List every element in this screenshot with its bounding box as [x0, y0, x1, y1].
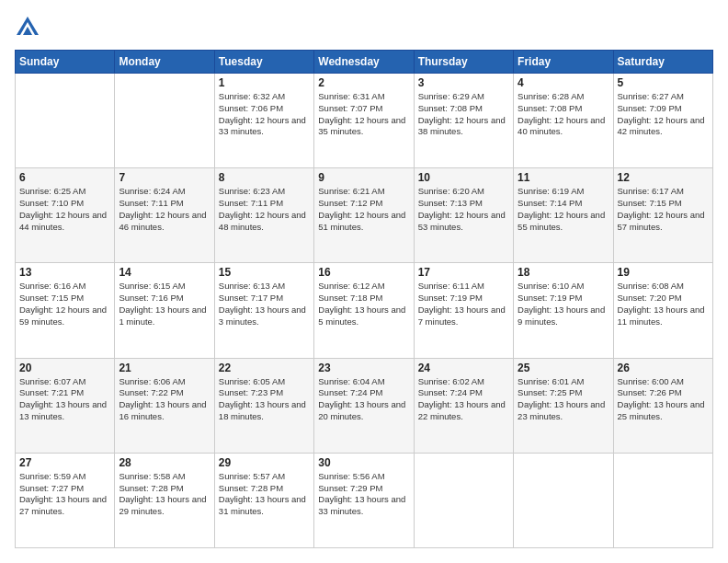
cell-day-number: 22	[219, 362, 310, 374]
cell-daylight-info: Sunrise: 6:31 AM Sunset: 7:07 PM Dayligh…	[318, 91, 409, 138]
cell-day-number: 2	[318, 76, 409, 89]
cell-daylight-info: Sunrise: 6:13 AM Sunset: 7:17 PM Dayligh…	[219, 281, 310, 327]
calendar-cell: 23Sunrise: 6:04 AM Sunset: 7:24 PM Dayli…	[314, 358, 414, 453]
calendar-cell: 16Sunrise: 6:12 AM Sunset: 7:18 PM Dayli…	[314, 263, 414, 358]
calendar-day-header: Tuesday	[214, 51, 313, 74]
calendar-cell: 25Sunrise: 6:01 AM Sunset: 7:25 PM Dayli…	[514, 358, 613, 453]
cell-day-number: 28	[119, 456, 210, 469]
calendar-day-header: Friday	[514, 51, 613, 74]
cell-daylight-info: Sunrise: 6:32 AM Sunset: 7:06 PM Dayligh…	[219, 91, 310, 138]
calendar-cell: 27Sunrise: 5:59 AM Sunset: 7:27 PM Dayli…	[16, 453, 115, 547]
calendar-week-row: 6Sunrise: 6:25 AM Sunset: 7:10 PM Daylig…	[16, 168, 713, 263]
calendar-cell: 28Sunrise: 5:58 AM Sunset: 7:28 PM Dayli…	[115, 453, 214, 547]
cell-day-number: 15	[219, 266, 310, 279]
calendar-cell: 5Sunrise: 6:27 AM Sunset: 7:09 PM Daylig…	[613, 74, 712, 168]
calendar-day-header: Monday	[115, 51, 214, 74]
cell-day-number: 20	[19, 362, 110, 374]
logo	[15, 15, 44, 40]
cell-daylight-info: Sunrise: 6:10 AM Sunset: 7:19 PM Dayligh…	[518, 281, 609, 327]
calendar-cell	[613, 453, 712, 547]
cell-day-number: 26	[618, 362, 709, 374]
cell-day-number: 5	[618, 76, 709, 89]
calendar-cell	[514, 453, 613, 547]
calendar-cell: 19Sunrise: 6:08 AM Sunset: 7:20 PM Dayli…	[613, 263, 712, 358]
calendar-cell: 1Sunrise: 6:32 AM Sunset: 7:06 PM Daylig…	[214, 74, 313, 168]
cell-day-number: 14	[119, 266, 210, 279]
calendar-cell	[16, 74, 115, 168]
calendar-cell: 7Sunrise: 6:24 AM Sunset: 7:11 PM Daylig…	[115, 168, 214, 263]
calendar-cell: 8Sunrise: 6:23 AM Sunset: 7:11 PM Daylig…	[214, 168, 313, 263]
cell-daylight-info: Sunrise: 6:17 AM Sunset: 7:15 PM Dayligh…	[618, 186, 709, 233]
calendar-cell: 22Sunrise: 6:05 AM Sunset: 7:23 PM Dayli…	[214, 358, 313, 453]
calendar-cell: 18Sunrise: 6:10 AM Sunset: 7:19 PM Dayli…	[514, 263, 613, 358]
cell-day-number: 7	[119, 171, 210, 184]
cell-day-number: 21	[119, 362, 210, 374]
cell-daylight-info: Sunrise: 6:24 AM Sunset: 7:11 PM Dayligh…	[119, 186, 210, 233]
calendar-header-row: SundayMondayTuesdayWednesdayThursdayFrid…	[16, 51, 713, 74]
calendar-week-row: 20Sunrise: 6:07 AM Sunset: 7:21 PM Dayli…	[16, 358, 713, 453]
calendar-cell: 17Sunrise: 6:11 AM Sunset: 7:19 PM Dayli…	[414, 263, 513, 358]
calendar-cell: 20Sunrise: 6:07 AM Sunset: 7:21 PM Dayli…	[16, 358, 115, 453]
cell-daylight-info: Sunrise: 5:56 AM Sunset: 7:29 PM Dayligh…	[318, 471, 409, 518]
cell-day-number: 11	[518, 171, 609, 184]
cell-daylight-info: Sunrise: 6:11 AM Sunset: 7:19 PM Dayligh…	[418, 281, 509, 327]
cell-day-number: 3	[418, 76, 509, 89]
cell-day-number: 24	[418, 362, 509, 374]
calendar-cell: 30Sunrise: 5:56 AM Sunset: 7:29 PM Dayli…	[314, 453, 414, 547]
cell-daylight-info: Sunrise: 6:28 AM Sunset: 7:08 PM Dayligh…	[518, 91, 609, 138]
cell-day-number: 10	[418, 171, 509, 184]
calendar-cell	[115, 74, 214, 168]
cell-day-number: 6	[19, 171, 110, 184]
cell-daylight-info: Sunrise: 6:21 AM Sunset: 7:12 PM Dayligh…	[318, 186, 409, 233]
cell-daylight-info: Sunrise: 6:27 AM Sunset: 7:09 PM Dayligh…	[618, 91, 709, 138]
cell-daylight-info: Sunrise: 6:01 AM Sunset: 7:25 PM Dayligh…	[518, 376, 609, 423]
cell-daylight-info: Sunrise: 6:12 AM Sunset: 7:18 PM Dayligh…	[318, 281, 409, 327]
cell-day-number: 25	[518, 362, 609, 374]
cell-daylight-info: Sunrise: 6:16 AM Sunset: 7:15 PM Dayligh…	[19, 281, 110, 327]
cell-day-number: 27	[19, 456, 110, 469]
cell-daylight-info: Sunrise: 6:08 AM Sunset: 7:20 PM Dayligh…	[618, 281, 709, 327]
cell-day-number: 12	[618, 171, 709, 184]
cell-daylight-info: Sunrise: 6:23 AM Sunset: 7:11 PM Dayligh…	[219, 186, 310, 233]
cell-day-number: 13	[19, 266, 110, 279]
calendar-cell	[414, 453, 513, 547]
calendar-cell: 6Sunrise: 6:25 AM Sunset: 7:10 PM Daylig…	[16, 168, 115, 263]
cell-day-number: 17	[418, 266, 509, 279]
cell-day-number: 16	[318, 266, 409, 279]
calendar-cell: 4Sunrise: 6:28 AM Sunset: 7:08 PM Daylig…	[514, 74, 613, 168]
cell-daylight-info: Sunrise: 5:59 AM Sunset: 7:27 PM Dayligh…	[19, 471, 110, 518]
calendar-cell: 10Sunrise: 6:20 AM Sunset: 7:13 PM Dayli…	[414, 168, 513, 263]
header	[15, 15, 713, 40]
calendar-day-header: Thursday	[414, 51, 513, 74]
cell-day-number: 1	[219, 76, 310, 89]
cell-daylight-info: Sunrise: 6:06 AM Sunset: 7:22 PM Dayligh…	[119, 376, 210, 423]
cell-daylight-info: Sunrise: 6:29 AM Sunset: 7:08 PM Dayligh…	[418, 91, 509, 138]
cell-daylight-info: Sunrise: 6:15 AM Sunset: 7:16 PM Dayligh…	[119, 281, 210, 327]
calendar-cell: 9Sunrise: 6:21 AM Sunset: 7:12 PM Daylig…	[314, 168, 414, 263]
calendar-cell: 13Sunrise: 6:16 AM Sunset: 7:15 PM Dayli…	[16, 263, 115, 358]
cell-daylight-info: Sunrise: 5:57 AM Sunset: 7:28 PM Dayligh…	[219, 471, 310, 518]
cell-daylight-info: Sunrise: 6:05 AM Sunset: 7:23 PM Dayligh…	[219, 376, 310, 423]
calendar-cell: 11Sunrise: 6:19 AM Sunset: 7:14 PM Dayli…	[514, 168, 613, 263]
calendar-cell: 14Sunrise: 6:15 AM Sunset: 7:16 PM Dayli…	[115, 263, 214, 358]
cell-day-number: 9	[318, 171, 409, 184]
cell-day-number: 4	[518, 76, 609, 89]
calendar-week-row: 13Sunrise: 6:16 AM Sunset: 7:15 PM Dayli…	[16, 263, 713, 358]
calendar-cell: 3Sunrise: 6:29 AM Sunset: 7:08 PM Daylig…	[414, 74, 513, 168]
logo-icon	[15, 15, 40, 40]
calendar-cell: 12Sunrise: 6:17 AM Sunset: 7:15 PM Dayli…	[613, 168, 712, 263]
calendar-cell: 21Sunrise: 6:06 AM Sunset: 7:22 PM Dayli…	[115, 358, 214, 453]
cell-daylight-info: Sunrise: 6:02 AM Sunset: 7:24 PM Dayligh…	[418, 376, 509, 423]
cell-daylight-info: Sunrise: 6:25 AM Sunset: 7:10 PM Dayligh…	[19, 186, 110, 233]
calendar-day-header: Wednesday	[314, 51, 414, 74]
calendar-day-header: Saturday	[613, 51, 712, 74]
calendar-day-header: Sunday	[16, 51, 115, 74]
calendar-week-row: 27Sunrise: 5:59 AM Sunset: 7:27 PM Dayli…	[16, 453, 713, 547]
cell-daylight-info: Sunrise: 6:20 AM Sunset: 7:13 PM Dayligh…	[418, 186, 509, 233]
cell-day-number: 18	[518, 266, 609, 279]
cell-day-number: 29	[219, 456, 310, 469]
page: SundayMondayTuesdayWednesdayThursdayFrid…	[0, 0, 728, 563]
calendar-cell: 26Sunrise: 6:00 AM Sunset: 7:26 PM Dayli…	[613, 358, 712, 453]
calendar-table: SundayMondayTuesdayWednesdayThursdayFrid…	[15, 50, 713, 548]
cell-day-number: 8	[219, 171, 310, 184]
